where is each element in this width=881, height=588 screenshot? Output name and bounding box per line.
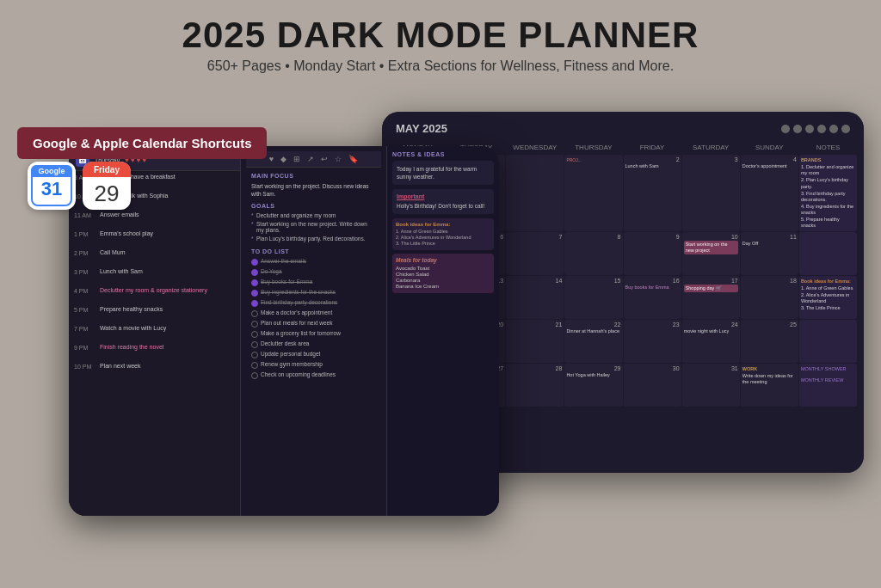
books-note-2: 2. Alice's Adventures in Wonderland xyxy=(801,292,855,304)
cal-cell-30[interactable]: 30 xyxy=(624,364,681,407)
devices-container: MAY 2025 MONDAY TUESDAY WEDNESDAY THURSD… xyxy=(69,86,864,579)
cal-cell-2[interactable]: 2 Lunch with Sam xyxy=(624,155,681,231)
toolbar-chart-icon: ↗ xyxy=(307,155,314,163)
cal-event-shopping: Shopping day 🛒 xyxy=(684,285,738,292)
checkbox-unchecked[interactable] xyxy=(251,362,258,369)
todo-item[interactable]: Make a grocery list for tomorrow xyxy=(251,330,376,338)
focus-goals-content: MAIN FOCUS Start working on the project.… xyxy=(246,168,381,387)
cal-cell-16[interactable]: 16 Buy books for Emma xyxy=(624,276,681,319)
page-header: 2025 DARK MODE PLANNER 650+ Pages • Mond… xyxy=(0,0,881,79)
cal-cell-23[interactable]: 23 xyxy=(624,320,681,363)
notes-column: NOTES & IDEAS Today I am grateful for th… xyxy=(387,146,499,516)
notes-section-label: NOTES & IDEAS xyxy=(392,151,494,157)
books-note-label: Book ideas for Emma: xyxy=(801,279,855,285)
cal-cell-7[interactable]: 7 xyxy=(506,232,564,275)
subtitle: 650+ Pages • Monday Start • Extra Sectio… xyxy=(0,58,881,74)
brands-item-2: 2. Plan Lucy's birthday party. xyxy=(801,177,855,189)
goal-2: Start working on the new project. Write … xyxy=(251,221,376,233)
toolbar-arrow-icon: ↩ xyxy=(321,155,328,163)
todo-item[interactable]: Find birthday party decorations xyxy=(251,299,376,307)
cal-cell-11[interactable]: 11 Day Off xyxy=(741,232,798,275)
cal-cell-25[interactable]: 25 xyxy=(741,320,798,363)
day-label-sun: SUNDAY xyxy=(741,142,798,153)
google-calendar-icon: Google 31 xyxy=(28,162,76,210)
cal-notes-1: BRANDS 1. Declutter and organize my room… xyxy=(799,155,857,231)
todo-item[interactable]: Check on upcoming deadlines xyxy=(251,371,376,379)
monthly-shower: MONTHLY SHOWER xyxy=(801,366,855,372)
todo-item[interactable]: Answer the emails xyxy=(251,258,376,266)
cal-date-3: 3 xyxy=(684,156,738,162)
cal-cell-21[interactable]: 21 xyxy=(506,320,564,363)
todo-item[interactable]: Renew gym membership xyxy=(251,361,376,369)
cal-icon-1 xyxy=(781,125,790,133)
todo-item[interactable]: Buy books for Emma xyxy=(251,279,376,286)
checkbox-unchecked[interactable] xyxy=(251,372,258,379)
cal-cell-empty-4[interactable]: PROJ... xyxy=(564,155,622,231)
brands-item-3: 3. Find birthday party decorations. xyxy=(801,191,855,203)
schedule-row: 1 PMEmma's school play xyxy=(69,228,240,247)
cal-cell-29[interactable]: 29 Hot Yoga with Hailey xyxy=(564,364,622,407)
books-title: Book ideas for Emma: xyxy=(396,222,490,227)
daily-planner-device: 📅 Thursday ♥ ♥ ♥ ♥ 8 AMWake up & have a … xyxy=(69,146,499,516)
schedule-row: 5 PMPrepare healthy snacks xyxy=(69,303,240,322)
important-card: Important Holly's Birthday! Don't forget… xyxy=(392,189,494,214)
cal-icon-2 xyxy=(793,125,802,133)
cal-cell-22[interactable]: 22 Dinner at Hannah's place xyxy=(564,320,622,363)
cal-cell-4[interactable]: 4 Doctor's appointment xyxy=(741,155,798,231)
important-label: Important xyxy=(397,193,490,199)
checkbox-checked[interactable] xyxy=(251,269,258,276)
cal-cell-10[interactable]: 10 Start working on the new project xyxy=(682,232,740,275)
checkbox-checked[interactable] xyxy=(251,300,258,307)
gratitude-text: Today I am grateful for the warm sunny w… xyxy=(397,165,490,181)
toolbar-bookmark-icon: 🔖 xyxy=(348,155,358,163)
main-title: 2025 DARK MODE PLANNER xyxy=(0,15,881,55)
cal-cell-31[interactable]: 31 xyxy=(682,364,740,407)
checkbox-unchecked[interactable] xyxy=(251,321,258,328)
cal-notes-4 xyxy=(799,320,857,363)
main-focus-label: MAIN FOCUS xyxy=(251,173,376,179)
todo-item[interactable]: Declutter desk area xyxy=(251,340,376,348)
cal-event-doctor: Doctor's appointment xyxy=(742,163,797,169)
schedule-row: 9 PMFinish reading the novel xyxy=(69,341,240,360)
todo-item[interactable]: Do Yoga xyxy=(251,268,376,276)
meal-1: Avocado Toast xyxy=(396,266,490,271)
cal-cell-work[interactable]: WORK Write down my ideas for the meeting xyxy=(741,364,798,407)
toolbar-grid-icon: ⊞ xyxy=(293,155,300,163)
book-1: 1. Anne of Green Gables xyxy=(396,229,490,234)
cal-event-movie: movie night with Lucy xyxy=(684,328,738,334)
schedule-row: 3 PMLunch with Sam xyxy=(69,266,240,285)
cal-cell-8[interactable]: 8 xyxy=(564,232,622,275)
checkbox-unchecked[interactable] xyxy=(251,341,258,348)
checkbox-unchecked[interactable] xyxy=(251,352,258,358)
cal-event-yoga: Hot Yoga with Hailey xyxy=(566,372,620,378)
cal-cell-24[interactable]: 24 movie night with Lucy xyxy=(682,320,740,363)
todo-list: Answer the emailsDo YogaBuy books for Em… xyxy=(251,258,376,379)
meal-3: Carbonara xyxy=(396,278,490,283)
todo-item[interactable]: Update personal budget xyxy=(251,351,376,358)
cal-cell-18[interactable]: 18 xyxy=(741,276,798,319)
cal-notes-5: MONTHLY SHOWER MONTHLY REVIEW xyxy=(799,364,857,407)
apple-cal-day-number: 29 xyxy=(95,181,120,207)
todo-item[interactable]: Make a doctor's appointment xyxy=(251,309,376,317)
work-label: WORK xyxy=(742,366,797,372)
cal-cell-17[interactable]: 17 Shopping day 🛒 xyxy=(682,276,740,319)
todo-item[interactable]: Plan out meals for next week xyxy=(251,320,376,328)
checkbox-unchecked[interactable] xyxy=(251,331,258,338)
cal-icon-6 xyxy=(841,125,850,133)
cal-cell-3[interactable]: 3 xyxy=(682,155,740,231)
meals-card: Meals for today Avocado Toast Chicken Sa… xyxy=(392,254,494,293)
google-cal-number: 31 xyxy=(41,178,62,200)
checkbox-checked[interactable] xyxy=(251,290,258,297)
checkbox-checked[interactable] xyxy=(251,279,258,286)
calendar-header: MAY 2025 xyxy=(389,119,857,138)
cal-cell-9[interactable]: 9 xyxy=(624,232,681,275)
cal-cell-28[interactable]: 28 xyxy=(506,364,564,407)
cal-cell-15[interactable]: 15 xyxy=(564,276,622,319)
checkbox-checked[interactable] xyxy=(251,259,258,266)
cal-cell-empty-3[interactable] xyxy=(506,155,564,231)
focus-goals-column: ♥ ◆ ⊞ ↗ ↩ ☆ 🔖 MAIN FOCUS Start working o… xyxy=(241,146,387,516)
cal-cell-14[interactable]: 14 xyxy=(506,276,564,319)
checkbox-unchecked[interactable] xyxy=(251,310,258,317)
day-label-sat: SATURDAY xyxy=(682,142,740,153)
todo-item[interactable]: Buy ingredients for the snacks xyxy=(251,289,376,297)
